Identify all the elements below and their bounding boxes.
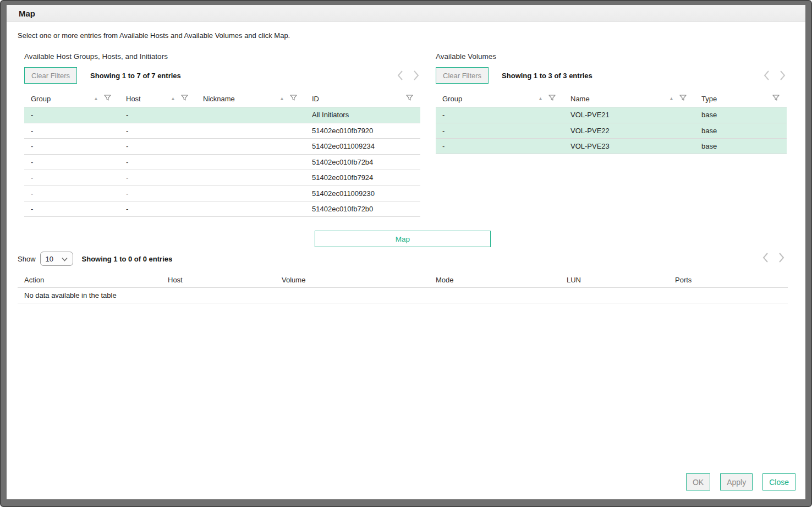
table-row[interactable]: - - 51402ec010fb7920	[24, 123, 420, 139]
cell-id: All Initiators	[312, 111, 420, 119]
close-button[interactable]: Close	[762, 473, 795, 490]
screen-frame: Map Select one or more entries from Avai…	[0, 0, 812, 507]
hosts-col-id: ID	[312, 94, 420, 103]
volumes-panel-title: Available Volumes	[436, 52, 787, 61]
filter-icon[interactable]	[103, 94, 112, 103]
cell-host: -	[126, 142, 203, 150]
dialog-titlebar: Map	[7, 5, 805, 22]
hosts-showing-text: Showing 1 to 7 of 7 entries	[90, 72, 181, 80]
hosts-col-group: Group ▲	[31, 94, 126, 103]
show-label: Show	[18, 255, 36, 263]
mappings-showing-text: Showing 1 to 0 of 0 entries	[82, 255, 173, 263]
chevron-left-icon[interactable]	[762, 69, 770, 81]
cell-name: VOL-PVE23	[570, 142, 701, 150]
mappings-col-mode: Mode	[436, 276, 567, 284]
volumes-table-header: Group ▲ Name ▲ Type	[436, 90, 787, 107]
cell-host: -	[126, 111, 203, 119]
cell-id: 51402ec011009234	[312, 142, 420, 150]
table-row[interactable]: - VOL-PVE23 base	[436, 138, 787, 154]
sort-icon[interactable]: ▲	[279, 96, 284, 101]
hosts-panel: Available Host Groups, Hosts, and Initia…	[24, 52, 420, 217]
volumes-table-body: - VOL-PVE21 base - VOL-PVE22 base - VOL-…	[436, 107, 787, 154]
cell-id: 51402ec010fb7924	[312, 173, 420, 182]
mappings-pager	[761, 252, 786, 266]
filter-icon[interactable]	[405, 94, 414, 103]
sort-icon[interactable]: ▲	[669, 96, 674, 101]
cell-group: -	[31, 142, 126, 150]
table-row[interactable]: - - 51402ec011009230	[24, 186, 420, 201]
volumes-pager	[762, 69, 787, 81]
cell-group: -	[31, 173, 126, 182]
sort-icon[interactable]: ▲	[171, 96, 175, 101]
cell-group: -	[442, 142, 570, 150]
mappings-empty-row: No data available in the table	[18, 288, 788, 303]
hosts-panel-title: Available Host Groups, Hosts, and Initia…	[24, 52, 420, 61]
volumes-panel: Available Volumes Clear Filters Showing …	[436, 52, 787, 154]
cell-group: -	[31, 158, 126, 166]
ok-button[interactable]: OK	[686, 473, 710, 490]
table-row[interactable]: - - 51402ec010fb72b4	[24, 154, 420, 170]
instruction-text: Select one or more entries from Availabl…	[18, 31, 290, 40]
cell-id: 51402ec011009230	[312, 189, 420, 198]
cell-name: VOL-PVE21	[570, 111, 701, 119]
page-size-select[interactable]: 10	[40, 252, 73, 266]
volumes-col-type: Type	[701, 94, 787, 103]
cell-host: -	[126, 189, 203, 198]
chevron-right-icon[interactable]	[779, 69, 787, 81]
mappings-col-ports: Ports	[675, 276, 788, 284]
hosts-col-host: Host ▲	[126, 94, 203, 103]
cell-type: base	[701, 127, 787, 135]
hosts-col-nickname: Nickname ▲	[203, 94, 312, 103]
filter-icon[interactable]	[289, 94, 298, 103]
cell-group: -	[31, 205, 126, 213]
cell-type: base	[701, 111, 787, 119]
hosts-toolbar: Clear Filters Showing 1 to 7 of 7 entrie…	[24, 67, 420, 84]
table-row[interactable]: - VOL-PVE22 base	[436, 123, 787, 139]
hosts-pager	[396, 69, 420, 81]
cell-name: VOL-PVE22	[570, 127, 701, 135]
mappings-col-lun: LUN	[567, 276, 675, 284]
table-row[interactable]: - - 51402ec010fb72b0	[24, 201, 420, 217]
mappings-show-row: Show 10 Showing 1 to 0 of 0 entries	[18, 252, 172, 266]
hosts-clear-filters-button[interactable]: Clear Filters	[24, 67, 77, 84]
mappings-table: Action Host Volume Mode LUN Ports No dat…	[18, 272, 788, 303]
chevron-right-icon[interactable]	[778, 252, 786, 266]
chevron-right-icon[interactable]	[413, 69, 420, 81]
chevron-left-icon[interactable]	[761, 252, 769, 266]
cell-host: -	[126, 158, 203, 166]
sort-icon[interactable]: ▲	[94, 96, 98, 101]
filter-icon[interactable]	[772, 94, 780, 103]
cell-host: -	[126, 127, 203, 135]
sort-icon[interactable]: ▲	[538, 96, 543, 101]
cell-group: -	[31, 111, 126, 119]
map-button[interactable]: Map	[315, 231, 491, 247]
filter-icon[interactable]	[180, 94, 189, 103]
cell-id: 51402ec010fb72b4	[312, 158, 420, 166]
cell-group: -	[31, 127, 126, 135]
table-row[interactable]: - VOL-PVE21 base	[436, 107, 787, 123]
dialog-title: Map	[19, 9, 35, 18]
cell-id: 51402ec010fb7920	[312, 127, 420, 135]
page-size-value: 10	[46, 255, 53, 263]
hosts-table-body: - - All Initiators - - 51402ec010fb7920 …	[24, 107, 420, 217]
volumes-showing-text: Showing 1 to 3 of 3 entries	[502, 72, 592, 80]
table-row[interactable]: - - All Initiators	[24, 107, 420, 123]
dialog-footer: OK Apply Close	[686, 473, 795, 490]
hosts-table-header: Group ▲ Host ▲ Nickname ▲	[24, 90, 420, 107]
volumes-toolbar: Clear Filters Showing 1 to 3 of 3 entrie…	[436, 67, 787, 84]
chevron-left-icon[interactable]	[396, 69, 404, 81]
cell-group: -	[31, 189, 126, 198]
filter-icon[interactable]	[679, 94, 687, 103]
cell-id: 51402ec010fb72b0	[312, 205, 420, 213]
filter-icon[interactable]	[548, 94, 556, 103]
volumes-col-name: Name ▲	[570, 94, 701, 103]
table-row[interactable]: - - 51402ec010fb7924	[24, 170, 420, 186]
cell-host: -	[126, 205, 203, 213]
table-row[interactable]: - - 51402ec011009234	[24, 138, 420, 154]
apply-button[interactable]: Apply	[720, 473, 753, 490]
mappings-col-action: Action	[24, 276, 168, 284]
cell-host: -	[126, 173, 203, 182]
volumes-col-group: Group ▲	[442, 94, 570, 103]
mappings-table-header: Action Host Volume Mode LUN Ports	[18, 272, 788, 288]
volumes-clear-filters-button[interactable]: Clear Filters	[436, 67, 489, 84]
